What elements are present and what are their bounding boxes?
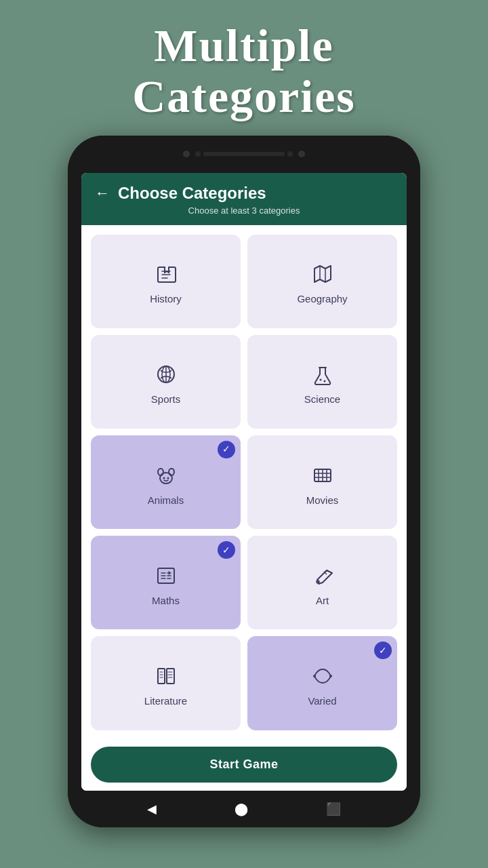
category-card-sports[interactable]: Sports: [91, 335, 241, 429]
nav-recents-icon[interactable]: ⬛: [326, 802, 341, 816]
screen-title: Choose Categories: [118, 184, 266, 203]
start-btn-area: Start Game: [81, 737, 407, 791]
svg-rect-10: [158, 568, 174, 583]
screen-header: ← Choose Categories Choose at least 3 ca…: [81, 173, 407, 225]
svg-point-8: [167, 477, 169, 479]
categories-grid: History Geography: [91, 235, 397, 730]
category-label-movies: Movies: [306, 494, 339, 506]
svg-point-3: [323, 380, 325, 382]
category-label-geography: Geography: [297, 293, 347, 304]
nav-home-icon[interactable]: ⬤: [235, 802, 248, 816]
page-title: Multiple Categories: [132, 20, 356, 122]
svg-point-15: [329, 675, 332, 677]
category-label-varied: Varied: [308, 695, 336, 707]
svg-point-2: [319, 379, 321, 381]
svg-point-5: [158, 469, 163, 475]
svg-rect-12: [158, 669, 165, 684]
category-card-art[interactable]: Art: [247, 536, 397, 629]
category-label-animals: Animals: [148, 494, 184, 506]
nav-back-icon[interactable]: ◀: [147, 802, 157, 816]
category-card-geography[interactable]: Geography: [247, 235, 397, 328]
category-card-movies[interactable]: Movies: [247, 435, 397, 529]
category-card-animals[interactable]: ✓ Animals: [91, 435, 241, 529]
screen-body: History Geography: [81, 225, 407, 737]
svg-rect-13: [167, 669, 174, 684]
check-badge-animals: ✓: [218, 441, 235, 458]
check-badge-maths: ✓: [218, 541, 235, 559]
svg-point-14: [313, 675, 316, 677]
category-label-sports: Sports: [151, 393, 180, 405]
category-card-maths[interactable]: ✓ Maths: [91, 536, 241, 629]
start-game-button[interactable]: Start Game: [91, 747, 397, 783]
category-label-history: History: [150, 293, 182, 304]
back-button[interactable]: ←: [95, 184, 110, 202]
category-label-art: Art: [316, 595, 329, 606]
check-badge-varied: ✓: [374, 642, 392, 659]
phone-notch: [68, 136, 420, 173]
category-card-history[interactable]: History: [91, 235, 241, 328]
category-label-literature: Literature: [144, 695, 187, 707]
phone-bottom-nav: ◀ ⬤ ⬛: [68, 791, 420, 827]
svg-point-4: [160, 473, 172, 484]
category-card-literature[interactable]: Literature: [91, 636, 241, 730]
svg-point-7: [163, 477, 165, 479]
category-card-science[interactable]: Science: [247, 335, 397, 429]
phone-outer: ← Choose Categories Choose at least 3 ca…: [68, 136, 420, 827]
category-label-science: Science: [304, 393, 340, 405]
category-card-varied[interactable]: ✓ Varied: [247, 636, 397, 730]
screen-subtitle: Choose at least 3 categories: [188, 205, 300, 216]
category-label-maths: Maths: [152, 595, 180, 606]
svg-point-6: [169, 469, 174, 475]
phone-screen: ← Choose Categories Choose at least 3 ca…: [81, 173, 407, 791]
